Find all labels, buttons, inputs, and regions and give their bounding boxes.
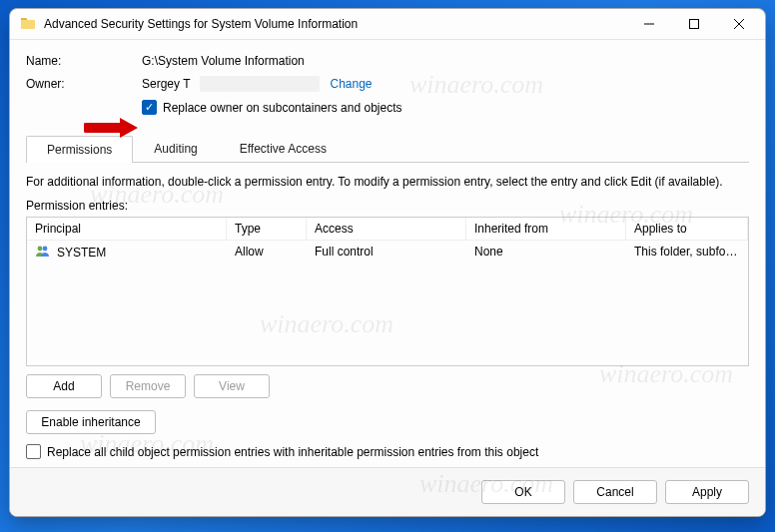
info-text: For additional information, double-click… [26, 175, 749, 189]
tab-auditing[interactable]: Auditing [133, 135, 218, 162]
name-value: G:\System Volume Information [142, 54, 749, 68]
dialog-window: Advanced Security Settings for System Vo… [9, 8, 766, 517]
cell-inherited: None [466, 241, 626, 264]
name-row: Name: G:\System Volume Information [26, 54, 749, 68]
titlebar: Advanced Security Settings for System Vo… [10, 9, 765, 40]
group-icon [35, 245, 51, 260]
folder-icon [20, 15, 36, 34]
replace-owner-checkbox[interactable]: ✓ Replace owner on subcontainers and obj… [142, 100, 401, 115]
close-button[interactable] [716, 9, 761, 39]
permission-entries-caption: Permission entries: [26, 199, 749, 213]
ok-button[interactable]: OK [481, 480, 565, 504]
enable-inheritance-button[interactable]: Enable inheritance [26, 410, 156, 434]
svg-rect-0 [689, 20, 698, 29]
table-row[interactable]: SYSTEM Allow Full control None This fold… [27, 241, 748, 264]
col-inherited[interactable]: Inherited from [466, 218, 626, 240]
tab-effective-access[interactable]: Effective Access [219, 135, 348, 162]
col-applies[interactable]: Applies to [626, 218, 748, 240]
svg-point-1 [38, 247, 43, 252]
owner-redacted [200, 76, 320, 92]
permission-entries-table[interactable]: Principal Type Access Inherited from App… [26, 217, 749, 366]
svg-point-2 [43, 247, 48, 252]
maximize-icon [689, 19, 699, 29]
owner-row: Owner: Sergey T Change [26, 76, 749, 92]
checkbox-checked-icon: ✓ [142, 100, 157, 115]
view-button[interactable]: View [194, 374, 270, 398]
maximize-button[interactable] [671, 9, 716, 39]
replace-owner-label: Replace owner on subcontainers and objec… [163, 101, 401, 115]
replace-owner-row: ✓ Replace owner on subcontainers and obj… [142, 100, 749, 115]
replace-child-row: Replace all child object permission entr… [26, 444, 749, 459]
remove-button[interactable]: Remove [110, 374, 186, 398]
col-principal[interactable]: Principal [27, 218, 227, 240]
minimize-icon [644, 19, 654, 29]
change-owner-link[interactable]: Change [330, 77, 372, 91]
owner-label: Owner: [26, 77, 142, 91]
minimize-button[interactable] [626, 9, 671, 39]
replace-child-checkbox[interactable]: Replace all child object permission entr… [26, 444, 538, 459]
replace-child-label: Replace all child object permission entr… [47, 445, 538, 459]
dialog-body: Name: G:\System Volume Information Owner… [10, 40, 765, 467]
name-label: Name: [26, 54, 142, 68]
tab-strip: Permissions Auditing Effective Access [26, 135, 749, 163]
close-icon [734, 19, 744, 29]
cell-principal: SYSTEM [57, 246, 106, 260]
cell-access: Full control [307, 241, 466, 264]
owner-value: Sergey T [142, 77, 190, 91]
cell-type: Allow [227, 241, 307, 264]
dialog-footer: OK Cancel Apply [10, 467, 765, 516]
table-header: Principal Type Access Inherited from App… [27, 218, 748, 241]
add-button[interactable]: Add [26, 374, 102, 398]
cell-applies: This folder, subfolders and files [626, 241, 748, 264]
cancel-button[interactable]: Cancel [573, 480, 657, 504]
col-type[interactable]: Type [227, 218, 307, 240]
apply-button[interactable]: Apply [665, 480, 749, 504]
col-access[interactable]: Access [307, 218, 466, 240]
tab-permissions[interactable]: Permissions [26, 136, 133, 163]
window-title: Advanced Security Settings for System Vo… [44, 17, 626, 31]
checkbox-unchecked-icon [26, 444, 41, 459]
entry-button-row: Add Remove View [26, 374, 749, 398]
